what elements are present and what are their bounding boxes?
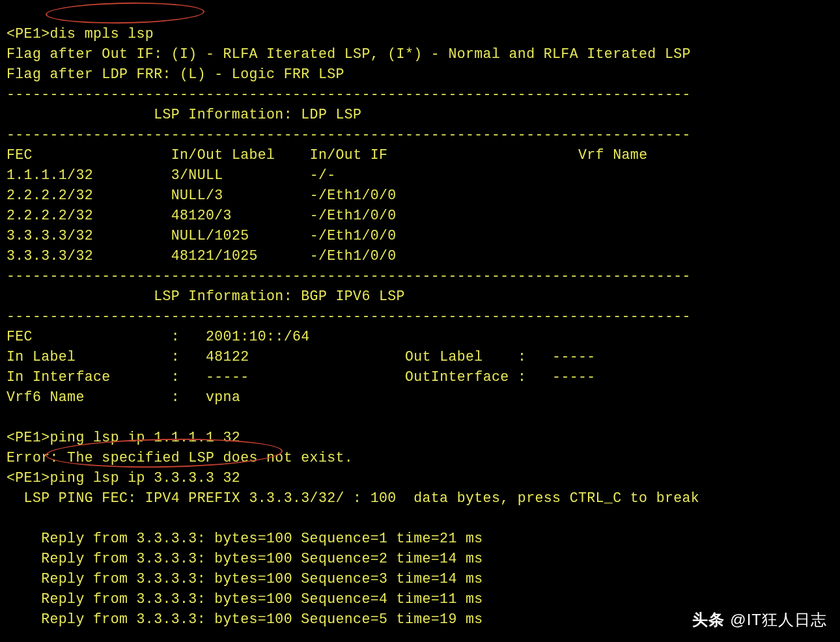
bgp-vrf6-label: Vrf6 Name: [7, 389, 85, 405]
lsp-row-label: 48121/1025: [171, 248, 258, 264]
watermark: 头条 @IT狂人日志: [692, 609, 827, 630]
ping-reply: Reply from 3.3.3.3: bytes=100 Sequence=5…: [7, 611, 483, 627]
lsp-row-fec: 1.1.1.1/32: [7, 167, 93, 183]
lsp-row-if: -/Eth1/0/0: [310, 188, 397, 203]
prompt: <PE1>: [7, 430, 50, 445]
terminal-output: <PE1>dis mpls lsp Flag after Out IF: (I)…: [0, 0, 840, 634]
watermark-brand: 头条: [692, 609, 725, 630]
bgp-inlabel-value: 48122: [206, 349, 249, 365]
ping-reply: Reply from 3.3.3.3: bytes=100 Sequence=3…: [7, 571, 483, 587]
col-header-fec: FEC: [7, 147, 33, 163]
command-ping-1: ping lsp ip 1.1.1.1 32: [50, 430, 241, 445]
lsp-row-if: -/Eth1/0/0: [310, 248, 397, 264]
divider: ----------------------------------------…: [7, 268, 691, 284]
lsp-row-if: -/-: [310, 167, 336, 183]
bgp-vrf6-value: vpna: [206, 389, 240, 405]
lsp-row-label: NULL/3: [171, 188, 223, 203]
bgp-inif-value: -----: [206, 369, 249, 385]
bgp-fec-label: FEC: [7, 329, 33, 344]
section-header-bgp: LSP Information: BGP IPV6 LSP: [7, 288, 405, 304]
ping-header: LSP PING FEC: IPV4 PREFIX 3.3.3.3/32/ : …: [7, 490, 699, 506]
command-ping-2: ping lsp ip 3.3.3.3 32: [50, 470, 241, 486]
bgp-outlabel-value: -----: [552, 349, 596, 365]
flag-line-1: Flag after Out IF: (I) - RLFA Iterated L…: [7, 46, 691, 62]
watermark-handle: @IT狂人日志: [730, 609, 827, 630]
ping-error: Error: The specified LSP does not exist.: [7, 450, 353, 466]
lsp-row-fec: 2.2.2.2/32: [7, 208, 93, 223]
lsp-row-if: -/Eth1/0/0: [310, 208, 397, 223]
bgp-outif-value: -----: [552, 369, 596, 385]
col-header-label: In/Out Label: [171, 147, 275, 163]
bgp-outlabel-label: Out Label: [405, 349, 483, 365]
bgp-outif-label: OutInterface: [405, 369, 509, 385]
lsp-row-fec: 3.3.3.3/32: [7, 248, 93, 264]
col-header-if: In/Out IF: [310, 147, 388, 163]
lsp-row-label: NULL/1025: [171, 228, 249, 244]
divider: ----------------------------------------…: [7, 127, 691, 143]
section-header-ldp: LSP Information: LDP LSP: [7, 107, 361, 122]
ping-reply: Reply from 3.3.3.3: bytes=100 Sequence=2…: [7, 551, 483, 566]
lsp-row-if: -/Eth1/0/0: [310, 228, 397, 244]
lsp-row-label: 3/NULL: [171, 167, 223, 183]
divider: ----------------------------------------…: [7, 309, 691, 324]
col-header-vrf: Vrf Name: [578, 147, 647, 163]
prompt: <PE1>: [7, 470, 50, 486]
bgp-fec-value: 2001:10::/64: [206, 329, 310, 344]
bgp-inif-label: In Interface: [7, 369, 111, 385]
bgp-inlabel-label: In Label: [7, 349, 76, 365]
lsp-row-fec: 3.3.3.3/32: [7, 228, 93, 244]
prompt: <PE1>: [7, 26, 50, 42]
flag-line-2: Flag after LDP FRR: (L) - Logic FRR LSP: [7, 66, 344, 82]
lsp-row-label: 48120/3: [171, 208, 232, 223]
lsp-row-fec: 2.2.2.2/32: [7, 188, 93, 203]
ping-reply: Reply from 3.3.3.3: bytes=100 Sequence=4…: [7, 591, 483, 607]
command-dis-mpls-lsp: dis mpls lsp: [50, 26, 154, 42]
divider: ----------------------------------------…: [7, 87, 691, 102]
ping-reply: Reply from 3.3.3.3: bytes=100 Sequence=1…: [7, 531, 483, 546]
